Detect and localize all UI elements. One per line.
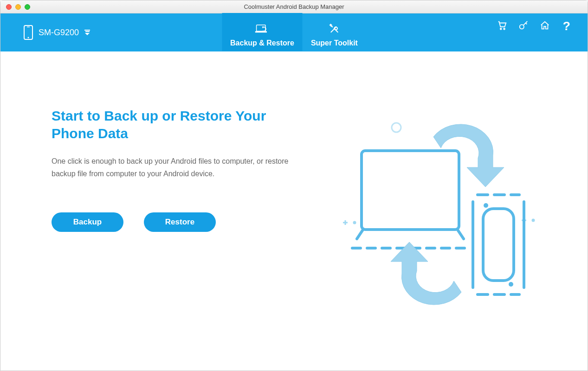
svg-rect-12 bbox=[362, 151, 459, 230]
svg-rect-13 bbox=[483, 209, 514, 281]
device-name: SM-G9200 bbox=[39, 28, 79, 38]
cart-icon[interactable] bbox=[497, 20, 508, 31]
window-title: Coolmuster Android Backup Manager bbox=[0, 3, 588, 10]
backup-restore-icon bbox=[255, 23, 269, 36]
tools-icon bbox=[327, 23, 341, 36]
tab-label: Backup & Restore bbox=[230, 39, 294, 47]
svg-point-11 bbox=[392, 123, 401, 132]
device-selector[interactable]: SM-G9200 bbox=[24, 13, 90, 51]
svg-point-10 bbox=[532, 219, 534, 221]
page-heading: Start to Back up or Restore Your Phone D… bbox=[52, 107, 311, 142]
svg-text:?: ? bbox=[563, 20, 570, 31]
phone-icon bbox=[24, 25, 33, 40]
restore-button[interactable]: Restore bbox=[144, 212, 216, 232]
zoom-window-button[interactable] bbox=[25, 4, 30, 10]
dropdown-icon bbox=[84, 30, 90, 35]
svg-point-15 bbox=[509, 282, 513, 287]
svg-point-7 bbox=[520, 25, 524, 29]
tab-backup-restore[interactable]: Backup & Restore bbox=[222, 13, 303, 51]
illustration bbox=[311, 107, 560, 352]
svg-point-6 bbox=[504, 28, 505, 30]
titlebar: Coolmuster Android Backup Manager bbox=[0, 0, 588, 13]
header-actions: ? bbox=[497, 13, 588, 51]
svg-point-1 bbox=[28, 37, 29, 38]
svg-rect-4 bbox=[255, 31, 267, 32]
main-content: Start to Back up or Restore Your Phone D… bbox=[0, 51, 588, 371]
app-header: SM-G9200 Backup & Restore Super Toolkit bbox=[0, 13, 588, 51]
svg-point-14 bbox=[484, 203, 488, 208]
svg-rect-3 bbox=[257, 25, 266, 32]
header-tabs: Backup & Restore Super Toolkit bbox=[222, 13, 366, 51]
tab-super-toolkit[interactable]: Super Toolkit bbox=[303, 13, 366, 51]
svg-point-5 bbox=[500, 28, 502, 30]
page-description: One click is enough to back up your Andr… bbox=[52, 155, 293, 180]
minimize-window-button[interactable] bbox=[15, 4, 21, 10]
backup-button[interactable]: Backup bbox=[52, 212, 123, 232]
action-buttons: Backup Restore bbox=[52, 212, 311, 232]
window-controls bbox=[6, 4, 30, 10]
key-icon[interactable] bbox=[518, 20, 529, 31]
app-window: Coolmuster Android Backup Manager SM-G92… bbox=[0, 0, 588, 371]
tab-label: Super Toolkit bbox=[311, 39, 358, 47]
home-icon[interactable] bbox=[539, 20, 550, 31]
close-window-button[interactable] bbox=[6, 4, 12, 10]
help-icon[interactable]: ? bbox=[561, 20, 572, 31]
content-left: Start to Back up or Restore Your Phone D… bbox=[52, 107, 311, 352]
svg-point-9 bbox=[354, 222, 355, 224]
